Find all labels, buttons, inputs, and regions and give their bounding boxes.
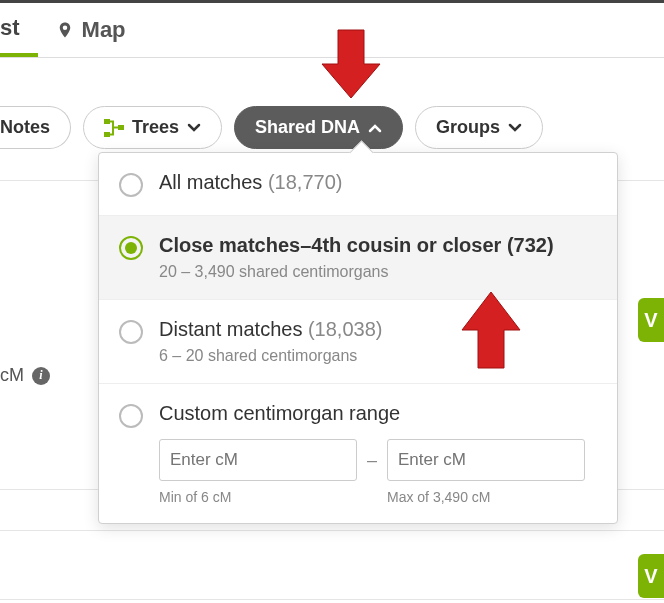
svg-rect-1 [104,132,110,137]
chevron-down-icon [508,121,522,135]
option-label: Distant matches [159,318,302,340]
min-cm-input[interactable] [159,439,357,481]
trees-filter[interactable]: Trees [83,106,222,149]
annotation-arrow-down [320,28,382,104]
radio-icon [119,404,143,428]
chevron-up-icon [368,121,382,135]
option-sub: 6 – 20 shared centimorgans [159,347,597,365]
radio-icon [119,173,143,197]
range-dash: – [367,450,377,471]
shared-dna-dropdown: All matches (18,770) Close matches–4th c… [98,152,618,524]
notes-filter[interactable]: Notes [0,106,71,149]
option-all-matches[interactable]: All matches (18,770) [99,153,617,216]
chevron-down-icon [187,121,201,135]
option-count: (732) [507,234,554,256]
min-hint: Min of 6 cM [159,489,357,505]
shared-dna-label: Shared DNA [255,117,360,138]
trees-label: Trees [132,117,179,138]
tree-icon [104,119,124,137]
option-sub: 20 – 3,490 shared centimorgans [159,263,597,281]
shared-dna-filter[interactable]: Shared DNA [234,106,403,149]
view-button[interactable]: V [638,298,664,342]
groups-label: Groups [436,117,500,138]
info-icon[interactable]: i [32,367,50,385]
option-label: All matches [159,171,262,193]
tab-list[interactable]: st [0,3,38,57]
match-row-bg [0,530,664,600]
option-close-matches[interactable]: Close matches–4th cousin or closer (732)… [99,216,617,300]
option-distant-matches[interactable]: Distant matches (18,038) 6 – 20 shared c… [99,300,617,384]
option-count: (18,770) [268,171,343,193]
option-label: Close matches–4th cousin or closer [159,234,501,256]
view-button[interactable]: V [638,554,664,598]
tab-map-label: Map [82,17,126,43]
map-pin-icon [56,19,74,41]
max-hint: Max of 3,490 cM [387,489,585,505]
svg-rect-2 [118,125,124,130]
option-label: Custom centimorgan range [159,402,400,424]
radio-icon [119,320,143,344]
annotation-arrow-up [460,290,522,374]
option-count: (18,038) [308,318,383,340]
radio-checked-icon [119,236,143,260]
max-cm-input[interactable] [387,439,585,481]
tab-map[interactable]: Map [38,17,144,43]
option-custom-range[interactable]: Custom centimorgan range – Min of 6 cM M… [99,384,617,523]
svg-rect-0 [104,119,110,124]
cm-label: cM i [0,365,50,386]
groups-filter[interactable]: Groups [415,106,543,149]
